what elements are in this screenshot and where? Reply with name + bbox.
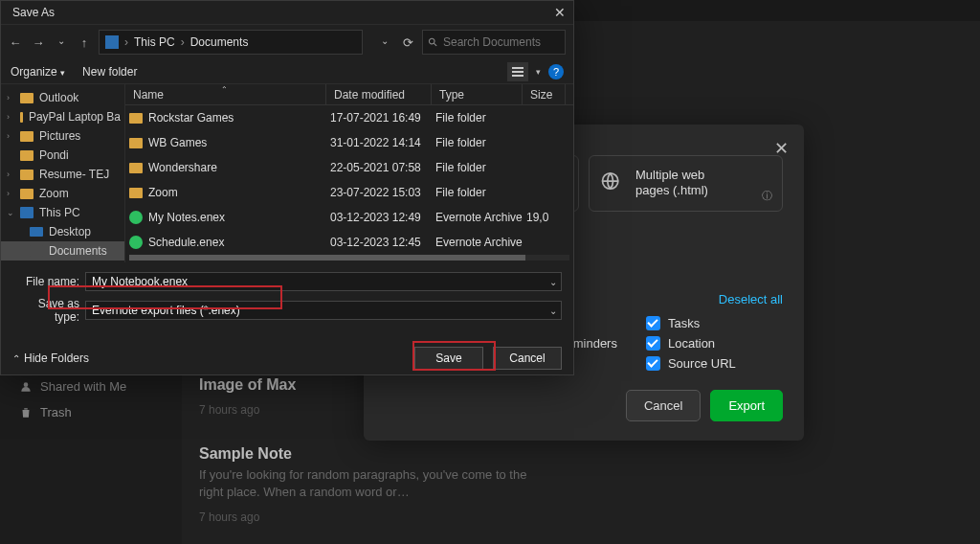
file-row[interactable]: Schedule.enex03-12-2023 12:45Evernote Ar…: [125, 230, 573, 255]
export-checkbox[interactable]: Source URL: [646, 356, 736, 371]
tree-label: Desktop: [49, 225, 91, 238]
file-date: 31-01-2022 14:14: [330, 136, 435, 149]
tree-item[interactable]: Pondi: [1, 146, 124, 165]
chevron-icon: ⌄: [7, 208, 14, 217]
filename-label: File name:: [12, 275, 79, 288]
folder-icon: [20, 112, 23, 123]
filetype-value: Evernote export files (*.enex): [92, 304, 240, 317]
refresh-icon[interactable]: ⟳: [401, 35, 414, 50]
save-button[interactable]: Save: [414, 347, 483, 370]
tree-item[interactable]: ›Outlook: [1, 88, 124, 107]
save-as-dialog: Save As ✕ ← → ⌄ ↑ › This PC › Documents …: [0, 0, 574, 375]
file-date: 17-07-2021 16:49: [330, 111, 435, 125]
file-date: 22-05-2021 07:58: [330, 161, 435, 174]
file-name: WB Games: [148, 136, 207, 149]
organize-button[interactable]: Organize ▾: [11, 65, 65, 79]
folder-icon: [20, 189, 33, 199]
sort-indicator-icon: ⌃: [221, 85, 228, 94]
forward-icon[interactable]: →: [32, 35, 45, 50]
column-headers[interactable]: ⌃ Name Date modified Type Size: [125, 84, 573, 105]
note-item[interactable]: Sample Note If you're looking for random…: [199, 445, 963, 524]
tree-label: Outlook: [39, 91, 78, 104]
file-row[interactable]: Rockstar Games17-07-2021 16:49File folde…: [125, 105, 573, 130]
file-row[interactable]: My Notes.enex03-12-2023 12:49Evernote Ar…: [125, 205, 573, 230]
nav-bar: ← → ⌄ ↑ › This PC › Documents ⌄ ⟳ ⚲: [1, 25, 573, 59]
pc-icon: [105, 35, 119, 49]
tree-label: Documents: [49, 244, 107, 258]
filetype-label: Save as type:: [12, 297, 79, 324]
note-time: 7 hours ago: [199, 510, 963, 524]
new-folder-button[interactable]: New folder: [82, 65, 137, 79]
shared-icon: [19, 380, 33, 394]
folder-icon: [20, 131, 33, 142]
col-date[interactable]: Date modified: [326, 84, 432, 104]
hide-folders-toggle[interactable]: ⌃ Hide Folders: [12, 351, 89, 365]
close-icon[interactable]: ✕: [554, 5, 566, 20]
path-leaf[interactable]: Documents: [190, 35, 249, 49]
sidebar-trash-label: Trash: [40, 405, 72, 419]
checkbox-icon: [646, 356, 660, 371]
up-icon[interactable]: ↑: [78, 35, 91, 50]
file-type: File folder: [435, 186, 526, 199]
tree-item[interactable]: ›Resume- TEJ: [1, 165, 124, 184]
chevron-icon: ›: [7, 170, 10, 179]
address-bar[interactable]: › This PC › Documents: [99, 30, 363, 55]
tree-label: PayPal Laptop Ba: [29, 110, 121, 124]
tree-item[interactable]: ›Pictures: [1, 126, 124, 146]
toolbar: Organize ▾ New folder ▾ ?: [1, 59, 573, 84]
tree-item[interactable]: Desktop: [1, 222, 124, 241]
chevron-icon: ›: [7, 189, 10, 198]
sidebar-shared-label: Shared with Me: [40, 379, 126, 394]
folder-icon: [30, 227, 43, 237]
export-checkbox[interactable]: Location: [646, 336, 736, 351]
filename-input[interactable]: My Notebook.enex ⌄: [85, 272, 562, 291]
tree-item[interactable]: ›Zoom: [1, 184, 124, 203]
file-size: 19,0: [526, 211, 569, 224]
horizontal-scrollbar[interactable]: [129, 255, 569, 261]
cancel-button[interactable]: Cancel: [493, 347, 562, 370]
search-input[interactable]: [443, 35, 548, 49]
enex-icon: [129, 211, 143, 224]
chevron-down-icon[interactable]: ⌄: [549, 306, 557, 316]
enex-icon: [129, 236, 143, 249]
sidebar-trash[interactable]: Trash: [0, 399, 182, 425]
folder-tree[interactable]: ›Outlook›PayPal Laptop Ba›PicturesPondi›…: [1, 84, 125, 262]
tree-item[interactable]: ⌄This PC: [1, 203, 124, 222]
checkbox-icon: [646, 316, 660, 330]
tree-item[interactable]: Documents: [1, 241, 124, 261]
col-size[interactable]: Size: [523, 84, 566, 104]
trash-icon: [19, 406, 33, 419]
file-list[interactable]: ⌃ Name Date modified Type Size Rockstar …: [125, 84, 573, 262]
file-type: Evernote Archive: [435, 211, 526, 224]
help-icon[interactable]: ?: [548, 64, 564, 79]
view-caret-icon[interactable]: ▾: [536, 67, 541, 77]
file-type: File folder: [435, 161, 526, 174]
filename-value: My Notebook.enex: [92, 275, 188, 288]
info-icon[interactable]: ⓘ: [762, 189, 772, 203]
filetype-select[interactable]: Evernote export files (*.enex) ⌄: [85, 301, 562, 320]
col-type[interactable]: Type: [432, 84, 523, 104]
path-root[interactable]: This PC: [134, 35, 175, 49]
chevron-down-icon[interactable]: ⌄: [549, 277, 557, 287]
file-row[interactable]: Zoom23-07-2022 15:03File folder: [125, 180, 573, 205]
export-checkbox[interactable]: Tasks: [646, 316, 736, 330]
folder-icon: [20, 93, 33, 103]
deselect-all-link[interactable]: Deselect all: [719, 292, 783, 306]
search-icon: ⚲: [425, 34, 440, 50]
folder-icon: [20, 170, 33, 180]
folder-icon: [129, 138, 143, 148]
export-card-multiple[interactable]: Multiple webpages (.html) ⓘ: [589, 155, 783, 212]
export-cancel-button[interactable]: Cancel: [626, 390, 701, 421]
file-row[interactable]: WB Games31-01-2022 14:14File folder: [125, 130, 573, 155]
folder-icon: [30, 245, 43, 257]
export-button[interactable]: Export: [710, 390, 783, 421]
file-type: Evernote Archive: [435, 236, 526, 249]
back-icon[interactable]: ←: [9, 35, 22, 50]
tree-item[interactable]: ›PayPal Laptop Ba: [1, 107, 124, 126]
chevron-up-icon: ⌃: [12, 353, 20, 364]
file-row[interactable]: Wondershare22-05-2021 07:58File folder: [125, 155, 573, 180]
chevron-down-icon[interactable]: ⌄: [378, 35, 391, 50]
view-button[interactable]: [507, 62, 528, 81]
search-box[interactable]: ⚲: [422, 30, 566, 55]
recent-icon[interactable]: ⌄: [55, 35, 68, 50]
